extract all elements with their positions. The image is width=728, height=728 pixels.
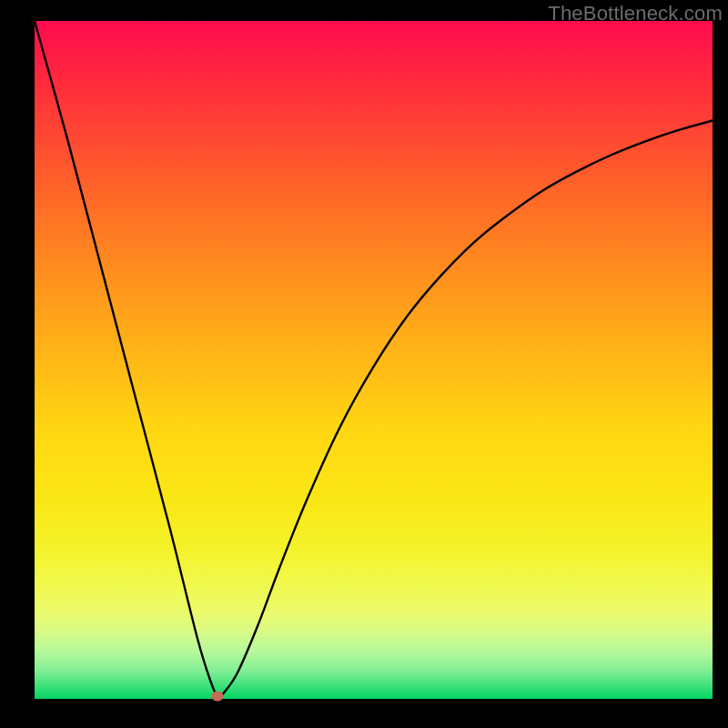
bottleneck-curve (35, 21, 713, 697)
chart-frame: TheBottleneck.com (0, 0, 728, 728)
plot-area (35, 21, 713, 699)
curve-svg (35, 21, 713, 699)
watermark-text: TheBottleneck.com (548, 2, 723, 25)
min-marker (212, 692, 224, 702)
